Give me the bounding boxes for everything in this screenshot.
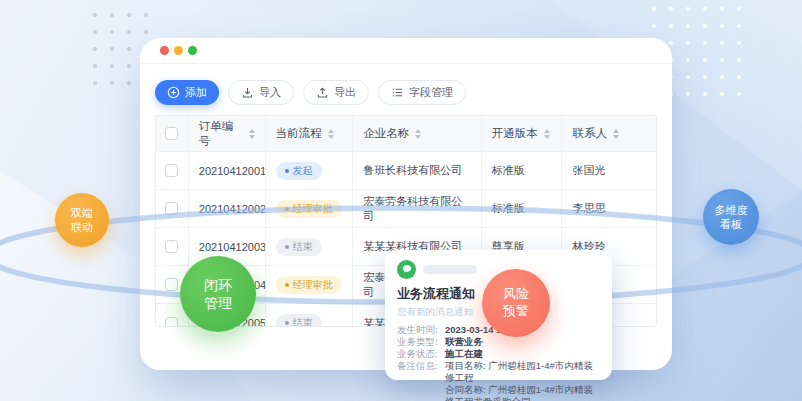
process-cell: 发起 [266, 152, 354, 189]
window-titlebar [140, 38, 672, 64]
row-checkbox[interactable] [165, 202, 178, 215]
process-status-badge: 结束 [276, 314, 322, 327]
sort-icon[interactable] [328, 129, 334, 139]
column-header-process[interactable]: 当前流程 [266, 116, 354, 151]
status-dot-icon [285, 245, 289, 249]
export-button-label: 导出 [334, 85, 356, 100]
contact-cell: 张国光 [562, 152, 656, 189]
import-button[interactable]: 导入 [228, 80, 294, 105]
export-icon [316, 86, 329, 99]
order-no-cell: 20210412001 [189, 152, 266, 189]
contact-cell: 李思思 [562, 190, 656, 227]
export-button[interactable]: 导出 [303, 80, 369, 105]
column-header-order-no[interactable]: 订单编号 [189, 116, 266, 151]
sort-icon[interactable] [415, 129, 421, 139]
status-dot-icon [285, 321, 289, 325]
wechat-chat-icon [397, 260, 416, 279]
table-row: 20210412001发起鲁班长科技有限公司标准版张国光 [156, 152, 656, 190]
toolbar: 添加 导入 导出 字段管 [155, 80, 466, 105]
plus-circle-icon [167, 86, 180, 99]
column-header-contact[interactable]: 联系人 [562, 116, 656, 151]
select-all-cell [156, 116, 189, 151]
notification-field: 备注信息: 项目名称: 广州碧桂园1-4#市内精装修工程 合同名称: 广州碧桂园… [397, 360, 600, 401]
order-no-cell: 20210412002 [189, 190, 266, 227]
process-status-badge: 结束 [276, 238, 322, 256]
notification-fields: 发生时间: 2023-03-14 14:20 业务类型: 联营业务 业务状态: … [397, 324, 600, 401]
field-manage-button-label: 字段管理 [409, 85, 453, 100]
row-checkbox[interactable] [165, 164, 178, 177]
badge-risk-alert: 风险 预警 [482, 269, 550, 337]
badge-dual-linkage: 双端 联动 [55, 193, 109, 247]
company-cell: 鲁班长科技有限公司 [353, 152, 481, 189]
row-select-cell [156, 228, 189, 265]
close-window-icon[interactable] [160, 46, 169, 55]
process-status-badge: 发起 [276, 162, 322, 180]
add-button-label: 添加 [185, 85, 207, 100]
notification-source-placeholder [423, 265, 477, 274]
field-list-icon [391, 86, 404, 99]
status-dot-icon [285, 207, 289, 211]
field-manage-button[interactable]: 字段管理 [378, 80, 466, 105]
import-button-label: 导入 [259, 85, 281, 100]
badge-multi-dashboard: 多维度 看板 [703, 189, 759, 245]
row-select-cell [156, 152, 189, 189]
row-checkbox[interactable] [165, 317, 178, 328]
minimize-window-icon[interactable] [174, 46, 183, 55]
process-cell: 结束 [266, 228, 354, 265]
row-select-cell [156, 190, 189, 227]
notification-field: 业务类型: 联营业务 [397, 336, 600, 348]
select-all-checkbox[interactable] [165, 127, 178, 140]
process-status-badge: 经理审批 [276, 276, 342, 294]
sort-icon[interactable] [544, 129, 550, 139]
status-dot-icon [285, 283, 289, 287]
badge-closed-loop: 闭环 管理 [180, 256, 256, 332]
column-header-version[interactable]: 开通版本 [482, 116, 563, 151]
column-header-company[interactable]: 企业名称 [353, 116, 481, 151]
process-cell: 经理审批 [266, 190, 354, 227]
process-status-badge: 经理审批 [276, 200, 342, 218]
status-dot-icon [285, 169, 289, 173]
row-checkbox[interactable] [165, 278, 178, 291]
notification-field: 业务状态: 施工在建 [397, 348, 600, 360]
process-cell: 结束 [266, 304, 354, 327]
sort-icon[interactable] [613, 129, 619, 139]
zoom-window-icon[interactable] [188, 46, 197, 55]
version-cell: 标准版 [482, 152, 563, 189]
company-cell: 宏泰劳务科技有限公司 [353, 190, 481, 227]
add-button[interactable]: 添加 [155, 80, 219, 105]
import-icon [241, 86, 254, 99]
version-cell: 标准版 [482, 190, 563, 227]
process-cell: 经理审批 [266, 266, 354, 303]
table-row: 20210412002经理审批宏泰劳务科技有限公司标准版李思思 [156, 190, 656, 228]
table-header-row: 订单编号 当前流程 企业名称 开通版本 联系人 [156, 116, 656, 152]
row-checkbox[interactable] [165, 240, 178, 253]
sort-icon[interactable] [249, 129, 255, 139]
